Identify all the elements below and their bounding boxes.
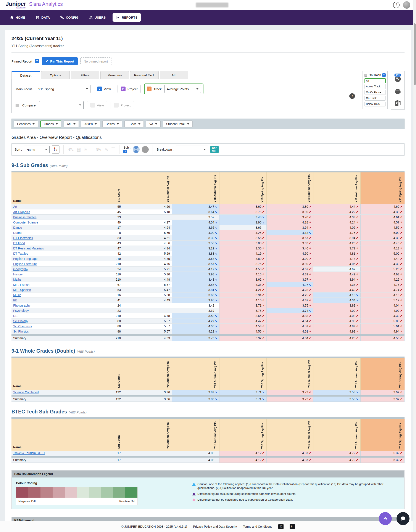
avatar[interactable] [403,1,410,9]
subject-link[interactable]: Music [13,293,21,297]
scroll-to-top-button[interactable] [379,512,392,525]
on-track-option-above-track[interactable]: Above Track [365,84,386,89]
chat-button[interactable] [397,512,409,525]
stu-count-cell: 210 [82,313,123,318]
area-button-headlines[interactable]: Headlines [14,121,38,127]
tab-atl[interactable]: AtL [160,71,188,79]
nav-item-data[interactable]: DATA [32,13,53,22]
track-select[interactable]: Average Points [164,85,201,93]
on-track-option-on-track[interactable]: On Track [365,96,386,101]
nav-item-home[interactable]: HOME [7,13,29,22]
trend-down-icon: ↘ [214,252,218,255]
nav-item-users[interactable]: USERS [86,13,109,22]
subject-link[interactable]: Sci Chemistry [13,324,32,328]
help-icon[interactable]: ? [393,2,400,8]
value-cell: 4.37↗ [266,457,313,463]
sort-select[interactable]: Name [24,146,49,153]
sub-help-icon[interactable]: ? [123,150,127,153]
subject-link[interactable]: DT Textiles [13,252,28,255]
subject-link[interactable]: MFL Spanish [13,288,31,292]
trend-up-icon: ↗ [355,221,359,224]
excel-export-icon[interactable] [395,100,401,106]
subject-link[interactable]: Dance [13,226,22,229]
subject-link[interactable]: RS [13,314,17,318]
tab-dataset[interactable]: Dataset [11,71,40,79]
on-track-option-on-or-above[interactable]: On Or Above [365,90,386,95]
area-button-ebacc[interactable]: EBacc [125,121,144,127]
subject-link[interactable]: MFL French [13,283,29,286]
subject-link[interactable]: Art Graphics [13,210,30,214]
project-button[interactable]: P Project [117,85,141,93]
subject-link[interactable]: DT Electronics [13,236,33,240]
terms-link[interactable]: Terms and Conditions [243,525,272,528]
value-cell: 5.18 [123,209,172,215]
tab-filters[interactable]: Filters [71,71,99,79]
scrollbar-thumb[interactable] [414,23,416,85]
area-button-a8-p8[interactable]: A8/P8 [81,121,100,127]
privacy-policy-link[interactable]: Privacy Policy and Data Security [193,525,237,528]
on-track-option-below-track[interactable]: Below Track [365,102,386,106]
value-cell: 4.34↘ [313,298,360,303]
trend-down-icon: ↘ [214,257,218,260]
subject-link[interactable]: Art [13,205,17,208]
brand-logo[interactable]: Juniper Education Sisra Analytics [6,1,63,9]
on-track-checkbox[interactable] [365,74,367,76]
subject-link[interactable]: Photography [13,304,30,307]
info-icon[interactable]: i [349,93,355,99]
trend-up-icon: ↗ [308,294,312,297]
sub-solid-toggle-icon[interactable] [142,146,149,153]
key-button[interactable]: 211 [395,76,401,83]
stu-count-cell: 49 [82,220,123,225]
area-button-va[interactable]: VA [146,121,161,127]
subject-link[interactable]: Sci Biology [13,319,28,323]
pin-this-report-button[interactable]: Pin This Report [42,57,78,65]
subject-link[interactable]: Business Studies [13,216,36,219]
x-social-icon[interactable]: X [278,524,283,529]
subject-link[interactable]: Computer Science [13,221,38,224]
subject-link[interactable]: Psychology [13,309,29,313]
subject-link[interactable]: Sci Physics [13,330,29,333]
view-button[interactable]: V View [94,85,114,93]
breakdown-select[interactable] [176,146,208,153]
subject-link[interactable]: Maths [13,278,21,281]
linkedin-icon[interactable]: in [290,524,295,529]
subject-link[interactable]: English Language [13,257,38,260]
area-button-basics[interactable]: Basics [102,121,122,127]
nav-item-config[interactable]: CONFIG [57,13,82,22]
area-button-grades[interactable]: Grades [40,121,61,127]
subject-link[interactable]: Geography [13,267,28,271]
print-icon[interactable] [395,88,401,95]
colour-swatch [77,487,89,498]
value-cell: 4.38↗ [360,209,404,215]
subject-link[interactable]: English Literature [13,262,37,266]
tab-measures[interactable]: Measures [100,71,129,79]
subject-link[interactable]: History [13,273,23,276]
scrollbar-track[interactable] [413,0,416,532]
pinned-help-icon[interactable]: ? [35,59,39,63]
value-cell: 4.25↗ [266,293,313,298]
trend-up-icon: ↗ [261,273,265,276]
subject-link[interactable]: Travel & Tourism BTEC [13,451,45,455]
on-track-option-all[interactable]: All [365,78,386,83]
sub-pie-toggle-icon[interactable] [131,144,141,154]
sort-direction-button[interactable]: AZ ↓ [52,145,59,154]
tab-options[interactable]: Options [41,71,70,79]
trend-up-icon: ↗ [399,337,403,340]
compare-checkbox[interactable] [16,104,19,107]
gap-off-toggle[interactable]: GAPOFF [210,146,219,153]
subject-link[interactable]: DT Food [13,241,25,245]
subject-link[interactable]: Drama [13,231,22,235]
compare-select[interactable] [39,101,84,109]
nav-item-reports[interactable]: REPORTS [113,13,141,22]
app-header: Juniper Education Sisra Analytics ? [0,0,416,10]
stu-count-cell: 42 [82,251,123,256]
subject-link[interactable]: PE [13,299,17,302]
tab-residual-excl-[interactable]: Residual Excl. [130,71,159,79]
area-button-atl[interactable]: AtL [64,121,79,127]
on-track-help-icon[interactable]: ? [382,73,386,77]
subject-link[interactable]: DT Resistant Materials [13,247,44,250]
subject-link[interactable]: Science Combined [13,390,39,394]
main-focus-select[interactable]: Y11 Spring [36,85,90,93]
stu-count-cell: 41 [82,298,123,303]
area-button-student-detail[interactable]: Student Detail [163,121,193,127]
